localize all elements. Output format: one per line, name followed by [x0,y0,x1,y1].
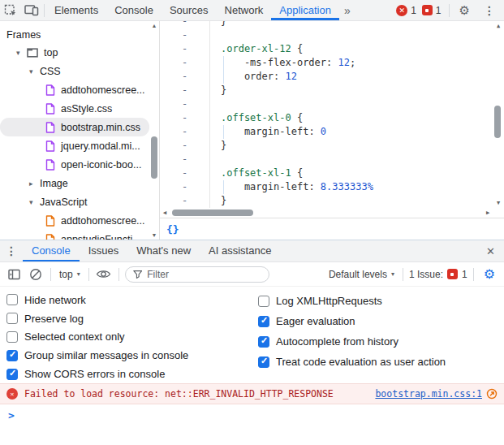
gutter-marker[interactable]: - [160,70,210,84]
gutter-marker[interactable]: - [160,180,210,194]
console-settings-gear-icon[interactable]: ⚙ [480,266,499,282]
scrollbar-thumb[interactable] [151,136,157,179]
tab-application[interactable]: Application [271,0,339,20]
gutter-marker[interactable]: - [160,42,210,56]
scroll-right-icon[interactable]: ▶ [483,210,493,216]
sidebar-scrollbar[interactable]: ▲ ▼ [149,21,159,240]
error-badge-icon[interactable]: ✕ [396,5,407,16]
tree-item-label: asStyle.css [61,103,112,114]
setting-preserve-log[interactable]: Preserve log [6,309,258,328]
tree-item-jquery-modal-mi[interactable]: jquery.modal.mi... [0,136,149,155]
code-line: - order: 12 [160,70,493,84]
setting-group-similar-messages-in-console[interactable]: Group similar messages in console [6,346,258,365]
tree-item-image[interactable]: ▸Image [0,174,149,192]
checkbox-group-similar-messages-in-console[interactable] [6,350,18,361]
tree-item-addtohomescree[interactable]: addtohomescree... [0,211,149,230]
issues-count[interactable]: 1 [436,5,442,16]
tab-elements[interactable]: Elements [46,0,106,20]
tree-item-css[interactable]: ▾CSS [0,62,149,80]
issues-badge-icon[interactable] [422,5,433,15]
checkbox-label: Hide network [24,294,86,306]
code-vertical-scrollbar[interactable]: ▲ ▼ [493,21,504,208]
drawer-tab-issues[interactable]: Issues [80,240,128,261]
checkbox-treat-code-evaluation-as-user-action[interactable] [258,356,269,368]
tree-item-javascript[interactable]: ▾JavaScript [0,192,149,211]
gutter-marker[interactable]: - [160,125,210,139]
gutter-marker[interactable]: - [160,111,210,125]
error-source-link[interactable]: bootstrap.min.css:1 [375,388,482,400]
checkbox-eager-evaluation[interactable] [258,316,269,327]
checkbox-selected-context-only[interactable] [6,331,18,343]
checkbox-show-cors-errors-in-console[interactable] [6,369,18,380]
drawer-tab-console[interactable]: Console [23,240,80,261]
gutter-marker[interactable]: - [160,56,210,70]
divider [50,268,51,281]
issues-counter[interactable]: 1 Issue: 1 [409,269,467,280]
clear-console-icon[interactable] [27,266,45,283]
scroll-left-icon[interactable]: ◀ [160,210,170,216]
tree-item-open-iconic-boo[interactable]: open-iconic-boo... [0,155,149,174]
code-horizontal-scrollbar[interactable]: ◀ ▶ [160,208,493,218]
setting-treat-code-evaluation-as-user-action[interactable]: Treat code evaluation as user action [258,352,446,372]
error-count[interactable]: 1 [411,5,416,16]
console-filter[interactable] [125,266,269,283]
device-toolbar-icon[interactable] [21,0,42,21]
inspect-element-icon[interactable] [0,0,21,21]
pretty-print-button[interactable]: {} [166,223,179,235]
checkbox-autocomplete-from-history[interactable] [258,336,269,348]
settings-gear-icon[interactable]: ⚙ [454,3,475,18]
scroll-down-icon[interactable]: ▼ [493,200,504,206]
tree-item-addtohomescree[interactable]: addtohomescree... [0,80,149,99]
divider [118,268,119,281]
checkbox-log-xmlhttprequests[interactable] [258,296,269,307]
frames-section-title[interactable]: Frames [0,21,159,43]
gutter-marker[interactable]: - [160,97,210,111]
tab-console[interactable]: Console [106,0,162,20]
drawer-tab-ai-assistance[interactable]: AI assistance [200,240,280,261]
tree-item-top[interactable]: ▾top [0,43,149,62]
scroll-up-icon[interactable]: ▲ [149,23,159,28]
context-selector[interactable]: top ▾ [57,269,83,280]
open-issue-icon[interactable] [486,388,498,400]
tab-network[interactable]: Network [217,0,272,20]
drawer-menu-icon[interactable]: ⋮ [0,244,23,257]
log-levels-selector[interactable]: Default levels ▾ [326,269,397,280]
drawer-tab-what-s-new[interactable]: What's new [127,240,200,261]
scrollbar-thumb[interactable] [172,210,253,216]
gutter-marker[interactable]: - [160,166,210,180]
gutter-marker[interactable]: - [160,139,210,153]
scrollbar-thumb[interactable] [494,106,501,138]
tab-sources[interactable]: Sources [162,0,217,20]
expander-open-icon[interactable]: ▾ [16,49,27,57]
expander-open-icon[interactable]: ▾ [29,198,40,206]
code-text: .offset-xl-0 { [210,111,493,125]
tree-item-asstyle-css[interactable]: asStyle.css [0,99,149,118]
gutter-marker[interactable]: - [160,84,210,97]
scroll-up-icon[interactable]: ▲ [493,23,504,29]
setting-show-cors-errors-in-console[interactable]: Show CORS errors in console [6,365,258,383]
live-expression-eye-icon[interactable] [95,266,113,283]
gutter-marker[interactable]: - [160,153,210,166]
scroll-down-icon[interactable]: ▼ [149,232,159,238]
console-prompt[interactable]: > [0,404,504,424]
filter-input[interactable] [147,269,261,280]
setting-hide-network[interactable]: Hide network [6,291,258,309]
setting-autocomplete-from-history[interactable]: Autocomplete from history [258,331,446,352]
setting-eager-evaluation[interactable]: Eager evaluation [258,311,446,331]
setting-selected-context-only[interactable]: Selected context only [6,328,258,347]
customize-devtools-icon[interactable]: ⋮ [478,4,501,17]
gutter-marker[interactable]: - [160,21,210,28]
tree-item-appstudiofuncti[interactable]: appstudioFuncti... [0,230,149,240]
tree-item-bootstrap-min-css[interactable]: bootstrap.min.css [0,118,149,136]
gutter-marker[interactable]: - [160,28,210,42]
gutter-marker[interactable]: - [160,194,210,208]
close-drawer-icon[interactable]: ✕ [477,245,504,257]
expander-closed-icon[interactable]: ▸ [29,179,40,188]
expander-open-icon[interactable]: ▾ [29,67,40,76]
console-sidebar-icon[interactable] [5,266,23,283]
more-panels-icon[interactable]: » [339,4,355,17]
setting-log-xmlhttprequests[interactable]: Log XMLHttpRequests [258,291,446,311]
checkbox-hide-network[interactable] [6,294,18,305]
checkbox-label: Log XMLHttpRequests [276,295,382,307]
checkbox-preserve-log[interactable] [6,313,18,324]
